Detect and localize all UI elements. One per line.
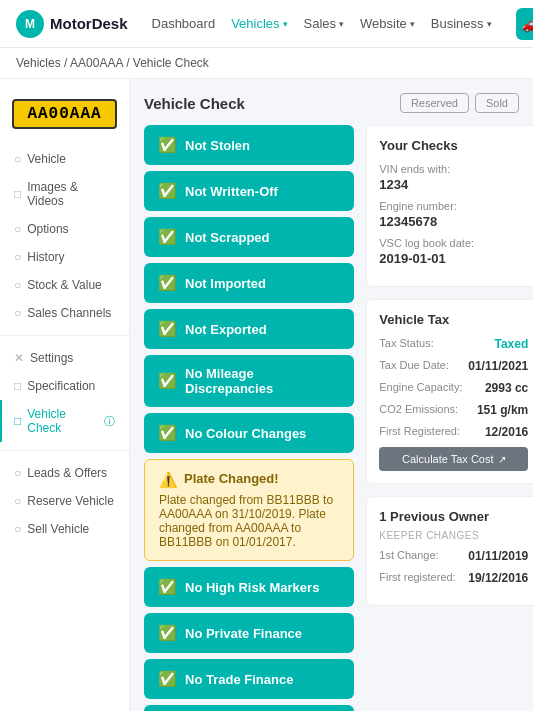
reserved-badge: Reserved bbox=[400, 93, 469, 113]
sidebar-label-leads: Leads & Offers bbox=[27, 466, 107, 480]
sidebar-label-options: Options bbox=[27, 222, 68, 236]
nav-vehicles[interactable]: Vehicles ▾ bbox=[231, 16, 287, 31]
sidebar-item-sell[interactable]: ○ Sell Vehicle bbox=[0, 515, 129, 543]
specification-icon: □ bbox=[14, 379, 21, 393]
sidebar-label-vehicle: Vehicle bbox=[27, 152, 66, 166]
sidebar: AA00AAA ○ Vehicle □ Images & Videos ○ Op… bbox=[0, 79, 130, 711]
sidebar-item-vehicle[interactable]: ○ Vehicle bbox=[0, 145, 129, 173]
sidebar-item-sales-channels[interactable]: ○ Sales Channels bbox=[0, 299, 129, 327]
sidebar-label-specification: Specification bbox=[27, 379, 95, 393]
content-area: ✅ Not Stolen ✅ Not Written-Off ✅ Not Scr… bbox=[144, 125, 519, 711]
vehicle-check-icon: □ bbox=[14, 414, 21, 428]
sell-icon: ○ bbox=[14, 522, 21, 536]
tax-due-label: Tax Due Date: bbox=[379, 359, 468, 371]
external-link-icon: ↗ bbox=[498, 454, 506, 465]
sidebar-item-images[interactable]: □ Images & Videos bbox=[0, 173, 129, 215]
nav-sales[interactable]: Sales ▾ bbox=[304, 16, 345, 31]
sidebar-item-reserve[interactable]: ○ Reserve Vehicle bbox=[0, 487, 129, 515]
check-label-plate: Plate Changed! bbox=[184, 471, 279, 486]
first-change-value: 01/11/2019 bbox=[468, 549, 528, 563]
sidebar-item-stock[interactable]: ○ Stock & Value bbox=[0, 271, 129, 299]
check-label-exported: Not Exported bbox=[185, 322, 267, 337]
leads-icon: ○ bbox=[14, 466, 21, 480]
vehicle-tax-title: Vehicle Tax bbox=[379, 312, 528, 327]
check-not-imported: ✅ Not Imported bbox=[144, 263, 354, 303]
prev-owner-title: 1 Previous Owner bbox=[379, 509, 528, 524]
breadcrumb-current: Vehicle Check bbox=[133, 56, 209, 70]
sidebar-item-settings[interactable]: ✕ Settings bbox=[0, 344, 129, 372]
sales-channels-icon: ○ bbox=[14, 306, 21, 320]
header-badges: Reserved Sold bbox=[400, 93, 519, 113]
main-layout: AA00AAA ○ Vehicle □ Images & Videos ○ Op… bbox=[0, 79, 533, 711]
first-reg-label: First Registered: bbox=[379, 425, 485, 437]
check-icon-scrapped: ✅ bbox=[158, 228, 177, 246]
first-registered-row: First registered: 19/12/2016 bbox=[379, 571, 528, 585]
vehicle-icon: ○ bbox=[14, 152, 21, 166]
breadcrumb: Vehicles / AA00AAA / Vehicle Check bbox=[0, 48, 533, 79]
sidebar-item-specification[interactable]: □ Specification bbox=[0, 372, 129, 400]
sidebar-label-images: Images & Videos bbox=[27, 180, 115, 208]
website-caret: ▾ bbox=[410, 19, 415, 29]
check-icon-exported: ✅ bbox=[158, 320, 177, 338]
breadcrumb-vehicles[interactable]: Vehicles bbox=[16, 56, 61, 70]
sidebar-label-history: History bbox=[27, 250, 64, 264]
vin-value: 1234 bbox=[379, 177, 528, 192]
engine-number-value: 12345678 bbox=[379, 214, 528, 229]
checks-column: ✅ Not Stolen ✅ Not Written-Off ✅ Not Scr… bbox=[144, 125, 354, 711]
engine-capacity-value: 2993 cc bbox=[485, 381, 528, 395]
check-label-written-off: Not Written-Off bbox=[185, 184, 278, 199]
nav-dashboard[interactable]: Dashboard bbox=[152, 16, 216, 31]
keeper-changes-label: KEEPER CHANGES bbox=[379, 530, 528, 541]
nav-right: 🚗 bbox=[516, 8, 533, 40]
check-no-colour: ✅ No Colour Changes bbox=[144, 413, 354, 453]
check-icon-trade-finance: ✅ bbox=[158, 670, 177, 688]
sidebar-item-vehicle-check[interactable]: □ Vehicle Check ⓘ bbox=[0, 400, 129, 442]
sidebar-label-sales-channels: Sales Channels bbox=[27, 306, 111, 320]
sidebar-label-reserve: Reserve Vehicle bbox=[27, 494, 114, 508]
images-icon: □ bbox=[14, 187, 21, 201]
check-icon-written-off: ✅ bbox=[158, 182, 177, 200]
tax-status-row: Tax Status: Taxed bbox=[379, 337, 528, 351]
tax-status-label: Tax Status: bbox=[379, 337, 494, 349]
check-label-imported: Not Imported bbox=[185, 276, 266, 291]
check-icon-stolen: ✅ bbox=[158, 136, 177, 154]
sold-badge: Sold bbox=[475, 93, 519, 113]
right-panel: Your Checks VIN ends with: 1234 Engine n… bbox=[366, 125, 533, 711]
check-detail-plate: Plate changed from BB11BBB to AA00AAA on… bbox=[159, 493, 339, 549]
info-icon: ⓘ bbox=[104, 414, 115, 429]
breadcrumb-plate[interactable]: AA00AAA bbox=[70, 56, 123, 70]
sidebar-item-options[interactable]: ○ Options bbox=[0, 215, 129, 243]
sidebar-label-sell: Sell Vehicle bbox=[27, 522, 89, 536]
nav-business[interactable]: Business ▾ bbox=[431, 16, 492, 31]
first-change-label: 1st Change: bbox=[379, 549, 468, 561]
your-checks-panel: Your Checks VIN ends with: 1234 Engine n… bbox=[366, 125, 533, 287]
sales-caret: ▾ bbox=[339, 19, 344, 29]
calc-btn-label: Calculate Tax Cost bbox=[402, 453, 494, 465]
check-label-colour: No Colour Changes bbox=[185, 426, 306, 441]
check-no-high-risk: ✅ No High Risk Markers bbox=[144, 567, 354, 607]
sidebar-item-history[interactable]: ○ History bbox=[0, 243, 129, 271]
check-label-stolen: Not Stolen bbox=[185, 138, 250, 153]
check-icon-colour: ✅ bbox=[158, 424, 177, 442]
business-caret: ▾ bbox=[487, 19, 492, 29]
sidebar-divider-2 bbox=[0, 450, 129, 451]
breadcrumb-sep2: / bbox=[126, 56, 133, 70]
warning-icon: ⚠️ bbox=[159, 471, 178, 489]
co2-row: CO2 Emissions: 151 g/km bbox=[379, 403, 528, 417]
car-icon[interactable]: 🚗 bbox=[516, 8, 533, 40]
logo-icon: M bbox=[16, 10, 44, 38]
engine-capacity-label: Engine Capacity: bbox=[379, 381, 485, 393]
vin-row: VIN ends with: 1234 bbox=[379, 163, 528, 192]
engine-number-label: Engine number: bbox=[379, 200, 528, 212]
first-reg-value: 12/2016 bbox=[485, 425, 528, 439]
settings-icon: ✕ bbox=[14, 351, 24, 365]
sidebar-item-leads[interactable]: ○ Leads & Offers bbox=[0, 459, 129, 487]
sidebar-divider-1 bbox=[0, 335, 129, 336]
sidebar-label-stock: Stock & Value bbox=[27, 278, 101, 292]
nav-website[interactable]: Website ▾ bbox=[360, 16, 415, 31]
calculate-tax-button[interactable]: Calculate Tax Cost ↗ bbox=[379, 447, 528, 471]
check-label-private-finance: No Private Finance bbox=[185, 626, 302, 641]
first-registered-value: 19/12/2016 bbox=[468, 571, 528, 585]
vehicle-tax-panel: Vehicle Tax Tax Status: Taxed Tax Due Da… bbox=[366, 299, 533, 484]
co2-value: 151 g/km bbox=[477, 403, 528, 417]
